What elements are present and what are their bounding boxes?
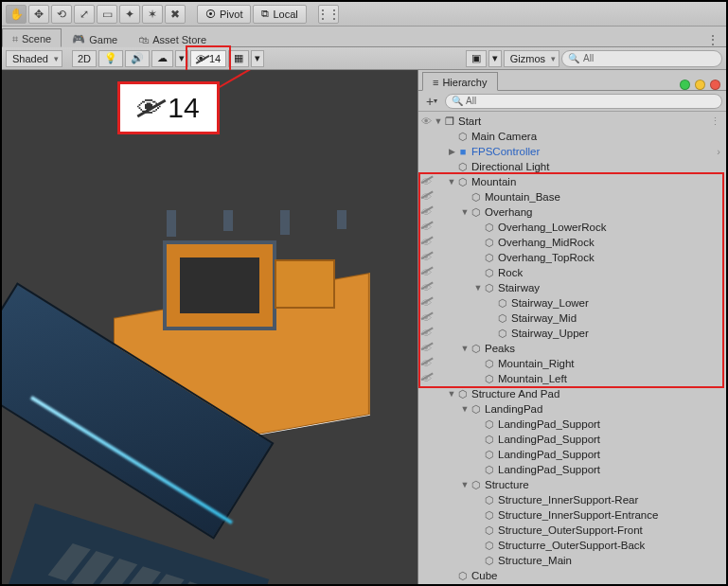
scene-search-input[interactable]: 🔍All: [561, 50, 722, 67]
hierarchy-item[interactable]: ⬡Structure_Main: [418, 553, 726, 568]
visibility-toggle[interactable]: 👁: [418, 295, 434, 311]
toggle-lighting-button[interactable]: 💡: [98, 50, 123, 67]
hierarchy-item[interactable]: ⬡Structure_OuterSupport-Front: [418, 523, 726, 538]
hierarchy-item[interactable]: ⬡LandingPad_Support: [418, 462, 726, 477]
visibility-toggle[interactable]: 👁: [418, 204, 434, 220]
fx-dropdown-button[interactable]: ▾: [175, 50, 188, 67]
visibility-toggle[interactable]: 👁: [418, 189, 434, 204]
hierarchy-item[interactable]: ▼⬡LandingPad: [418, 401, 726, 417]
tab-asset-store[interactable]: 🛍Asset Store: [128, 28, 217, 47]
visibility-toggle[interactable]: 👁: [418, 280, 434, 295]
visibility-toggle[interactable]: 👁: [418, 250, 434, 265]
item-menu-button[interactable]: ⋮: [710, 114, 726, 129]
visibility-toggle[interactable]: 👁: [418, 235, 434, 250]
expand-toggle[interactable]: ▼: [434, 114, 443, 129]
window-min-button[interactable]: [680, 80, 690, 90]
window-close-button[interactable]: [710, 80, 720, 90]
hierarchy-item[interactable]: 👁▼⬡Overhang: [418, 204, 726, 220]
camera-dropdown-button[interactable]: ▾: [488, 50, 502, 67]
hierarchy-item[interactable]: ⬡Structure_InnerSupport-Entrance: [418, 507, 726, 523]
hierarchy-item[interactable]: ⬡Structurre_OuterSupport-Back: [418, 538, 726, 553]
grid-button[interactable]: ▦: [228, 50, 249, 67]
pivot-toggle-button[interactable]: ⦿Pivot: [197, 5, 251, 24]
window-max-button[interactable]: [695, 80, 705, 90]
tab-hierarchy[interactable]: ≡Hierarchy: [422, 72, 498, 91]
grid-dropdown-button[interactable]: ▾: [251, 50, 264, 67]
hierarchy-tree[interactable]: 👁▼❐Start⋮⬡Main Camera▶■FPSController›⬡Di…: [418, 112, 726, 584]
hierarchy-item-label: Structurre_OuterSupport-Back: [496, 538, 645, 553]
custom-tools-button[interactable]: ✶: [142, 5, 163, 24]
visibility-toggle[interactable]: 👁: [418, 356, 434, 371]
expand-toggle[interactable]: ▼: [473, 280, 483, 295]
hierarchy-item[interactable]: 👁▼⬡Peaks: [418, 341, 726, 356]
move-tool-button[interactable]: ✥: [28, 5, 49, 24]
hierarchy-item[interactable]: ⬡LandingPad_Support: [418, 447, 726, 462]
tab-game[interactable]: 🎮Game: [62, 28, 128, 47]
expand-toggle[interactable]: ▶: [447, 144, 456, 159]
hierarchy-item[interactable]: ▼⬡Structure And Pad: [418, 386, 726, 401]
view-tabs: ⌗Scene 🎮Game 🛍Asset Store ⋮: [2, 27, 726, 47]
hierarchy-item[interactable]: ⬡Cube: [418, 568, 726, 583]
hierarchy-item[interactable]: 👁⬡Overhang_LowerRock: [418, 220, 726, 235]
hidden-objects-badge[interactable]: 👁 14: [190, 50, 226, 67]
shading-mode-dropdown[interactable]: Shaded: [6, 50, 62, 67]
tools-button[interactable]: ✖: [165, 5, 186, 24]
hierarchy-search-input[interactable]: 🔍All: [445, 94, 722, 109]
hierarchy-item-label: Peaks: [483, 341, 515, 356]
transform-tool-button[interactable]: ✦: [119, 5, 140, 24]
visibility-toggle[interactable]: 👁: [418, 174, 434, 189]
scale-tool-button[interactable]: ⤢: [74, 5, 95, 24]
expand-toggle[interactable]: ▼: [460, 341, 470, 356]
rect-tool-button[interactable]: ▭: [97, 5, 117, 24]
hierarchy-item[interactable]: 👁▼⬡Stairway: [418, 280, 726, 295]
hierarchy-item[interactable]: ⬡LandingPad_Support: [418, 417, 726, 432]
hierarchy-item[interactable]: 👁⬡Mountain_Left: [418, 371, 726, 386]
hierarchy-item[interactable]: ▶■FPSController›: [418, 144, 726, 159]
gameobject-icon: ⬡: [456, 159, 470, 174]
hierarchy-item[interactable]: 👁⬡Stairway_Upper: [418, 326, 726, 341]
tab-overflow-button[interactable]: ⋮: [700, 33, 726, 46]
hierarchy-item[interactable]: 👁⬡Rock: [418, 265, 726, 280]
toggle-audio-button[interactable]: 🔊: [125, 50, 150, 67]
gameobject-icon: ⬡: [483, 432, 496, 447]
gizmos-dropdown[interactable]: Gizmos: [504, 50, 559, 67]
hierarchy-item[interactable]: 👁⬡Stairway_Lower: [418, 295, 726, 311]
hierarchy-item-label: Structure_Main: [496, 553, 572, 568]
expand-toggle[interactable]: ▼: [447, 174, 456, 189]
visibility-toggle[interactable]: 👁: [418, 341, 434, 356]
gameobject-icon: ⬡: [483, 538, 496, 553]
visibility-toggle[interactable]: 👁: [418, 311, 434, 326]
hierarchy-item[interactable]: ▼⬡Structure: [418, 477, 726, 492]
hierarchy-item[interactable]: 👁⬡Stairway_Mid: [418, 311, 726, 326]
visibility-toggle[interactable]: 👁: [418, 326, 434, 341]
local-toggle-button[interactable]: ⧉Local: [253, 5, 306, 24]
hierarchy-item[interactable]: 👁⬡Mountain_Right: [418, 356, 726, 371]
expand-toggle[interactable]: ▼: [460, 204, 470, 220]
hierarchy-item[interactable]: 👁▼❐Start⋮: [418, 114, 726, 129]
toggle-2d-button[interactable]: 2D: [72, 50, 97, 67]
expand-toggle[interactable]: ▼: [447, 386, 456, 401]
hierarchy-item[interactable]: ⬡Structure_InnerSupport-Rear: [418, 492, 726, 507]
hierarchy-item[interactable]: 👁⬡Mountain_Base: [418, 189, 726, 204]
hierarchy-item-label: Main Camera: [470, 129, 537, 144]
expand-toggle[interactable]: ▼: [460, 477, 470, 492]
hierarchy-item[interactable]: ⬡LandingPad_Support: [418, 432, 726, 447]
toggle-fx-button[interactable]: ☁: [151, 50, 173, 67]
snap-button[interactable]: ⋮⋮: [318, 5, 339, 24]
create-menu-button[interactable]: +▾: [422, 94, 441, 109]
hierarchy-item[interactable]: 👁▼⬡Mountain: [418, 174, 726, 189]
hierarchy-item[interactable]: ⬡Directional Light: [418, 159, 726, 174]
hierarchy-item[interactable]: ⬡Main Camera: [418, 129, 726, 144]
visibility-toggle[interactable]: 👁: [418, 114, 434, 129]
scene-viewport[interactable]: 👁 14: [2, 70, 417, 584]
hand-tool-button[interactable]: ✋: [6, 5, 27, 24]
visibility-toggle[interactable]: 👁: [418, 220, 434, 235]
tab-scene[interactable]: ⌗Scene: [2, 28, 62, 47]
visibility-toggle[interactable]: 👁: [418, 265, 434, 280]
hierarchy-item[interactable]: 👁⬡Overhang_TopRock: [418, 250, 726, 265]
expand-toggle[interactable]: ▼: [460, 401, 470, 417]
visibility-toggle[interactable]: 👁: [418, 371, 434, 386]
camera-button[interactable]: ▣: [466, 50, 487, 67]
hierarchy-item[interactable]: 👁⬡Overhang_MidRock: [418, 235, 726, 250]
rotate-tool-button[interactable]: ⟲: [51, 5, 72, 24]
